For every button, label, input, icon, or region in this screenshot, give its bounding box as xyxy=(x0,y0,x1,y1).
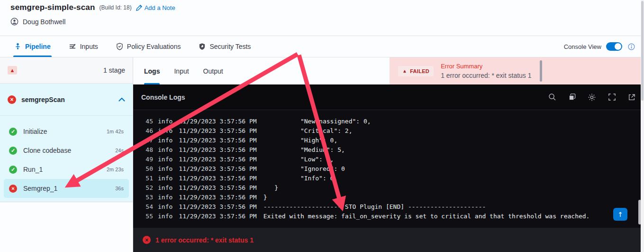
user-name: Doug Bothwell xyxy=(23,18,65,26)
log-line: 53info11/29/2023 3:57:56 PM} xyxy=(140,193,644,202)
step-clone-codebase[interactable]: ✓ Clone codebase 24s xyxy=(4,141,129,160)
log-line: 47info11/29/2023 3:57:56 PM "High": 0, xyxy=(140,136,644,145)
error-summary-scrollbar[interactable] xyxy=(540,60,542,82)
step-list: ✓ Initialize 1m 42s ✓ Clone codebase 24s… xyxy=(0,116,133,202)
log-line: 54info11/29/2023 3:57:56 PM-------------… xyxy=(140,202,644,212)
toggle-knob xyxy=(615,43,621,50)
log-line: 45info11/29/2023 3:57:56 PM "NewUnassign… xyxy=(140,117,644,126)
failed-badge-label: FAILED xyxy=(410,68,429,74)
pipeline-execution-page: semgrep-simple-scan (Build Id: 18) Add a… xyxy=(0,0,644,252)
console-view-label: Console View xyxy=(564,43,601,50)
log-line: 48info11/29/2023 3:57:56 PM "Medium": 5, xyxy=(140,145,644,155)
step-name: Run_1 xyxy=(23,166,43,173)
error-summary-message: 1 error occurred: * exit status 1 xyxy=(441,72,531,79)
execution-sidebar: ▲ 1 stage × semgrepScan ✓ Initialize 1m … xyxy=(0,57,133,252)
failed-x-icon: × xyxy=(9,185,17,193)
footer-error-message: 1 error occurred: * exit status 1 xyxy=(155,236,254,244)
add-note-button[interactable]: Add a Note xyxy=(136,4,175,11)
step-duration: 2m 23s xyxy=(107,167,124,172)
tab-label: Pipeline xyxy=(25,43,51,50)
step-details-panel: Logs Input Output ▲ FAILED Error Summary… xyxy=(133,57,644,252)
user-avatar-icon xyxy=(10,18,18,26)
info-icon[interactable] xyxy=(627,42,635,51)
step-duration: 24s xyxy=(115,148,124,153)
console-logs-panel: Console Logs xyxy=(133,84,644,252)
main-tab-bar: Pipeline Inputs Policy Evaluations Secur… xyxy=(0,36,644,57)
tab-logs[interactable]: Logs xyxy=(144,57,160,84)
inputs-icon xyxy=(69,43,76,50)
pencil-icon xyxy=(136,5,142,11)
step-duration: 1m 42s xyxy=(107,129,124,134)
success-check-icon: ✓ xyxy=(9,147,17,155)
page-header: semgrep-simple-scan (Build Id: 18) Add a… xyxy=(0,0,644,36)
step-name: Clone codebase xyxy=(23,147,71,154)
sidebar-empty-area xyxy=(0,202,133,252)
success-check-icon: ✓ xyxy=(9,128,17,136)
step-duration: 36s xyxy=(115,186,124,191)
stage-failed-warning-icon: ▲ xyxy=(8,66,17,75)
fullscreen-icon[interactable] xyxy=(608,93,616,102)
search-icon[interactable] xyxy=(548,93,556,102)
tab-label: Inputs xyxy=(80,43,98,50)
pipeline-icon xyxy=(14,43,21,50)
error-summary-title: Error Summary xyxy=(441,63,531,70)
failed-status-badge: ▲ FAILED xyxy=(398,66,434,76)
tab-input[interactable]: Input xyxy=(174,57,189,84)
step-run-1[interactable]: ✓ Run_1 2m 23s xyxy=(4,160,129,179)
page-title: semgrep-simple-scan xyxy=(10,3,95,12)
tab-policy-evaluations[interactable]: Policy Evaluations xyxy=(116,36,181,57)
settings-gear-icon[interactable] xyxy=(588,93,596,102)
tab-security-tests[interactable]: Security Tests xyxy=(199,36,251,57)
console-view-toggle[interactable] xyxy=(606,42,622,51)
success-check-icon: ✓ xyxy=(9,166,17,174)
tab-label: Policy Evaluations xyxy=(127,43,181,50)
shield-check-icon xyxy=(116,43,123,50)
page-scrollbar-thumb[interactable] xyxy=(641,1,644,101)
page-scrollbar[interactable] xyxy=(641,0,644,252)
tab-pipeline[interactable]: Pipeline xyxy=(14,36,51,57)
shield-icon xyxy=(199,43,206,50)
log-line: 51info11/29/2023 3:57:56 PM "Info": 0, xyxy=(140,174,644,183)
console-error-footer: × 1 error occurred: * exit status 1 xyxy=(133,228,644,252)
tab-label: Security Tests xyxy=(209,43,251,50)
chevron-up-icon[interactable] xyxy=(118,97,125,102)
console-log-output: 45info11/29/2023 3:57:56 PM "NewUnassign… xyxy=(133,110,644,228)
log-line: 49info11/29/2023 3:57:56 PM "Low": 1, xyxy=(140,155,644,164)
error-x-icon: × xyxy=(143,236,151,244)
log-line: 46info11/29/2023 3:57:56 PM "Critical": … xyxy=(140,126,644,136)
external-link-icon[interactable] xyxy=(627,93,636,102)
scroll-to-top-button[interactable]: ↑ xyxy=(613,208,627,221)
stage-count: 1 stage xyxy=(103,66,125,74)
stage-accordion-semgrepscan[interactable]: × semgrepScan xyxy=(0,84,133,116)
add-note-label: Add a Note xyxy=(145,4,175,11)
log-line: 50info11/29/2023 3:57:56 PM "Ignored": 0 xyxy=(140,164,644,174)
build-id-label: (Build Id: 18) xyxy=(100,4,132,11)
log-line: 52info11/29/2023 3:57:56 PM } xyxy=(140,183,644,193)
log-line: 55info11/29/2023 3:57:56 PMExited with m… xyxy=(140,212,644,221)
console-logs-title: Console Logs xyxy=(141,93,185,101)
sidebar-summary-row: ▲ 1 stage xyxy=(0,57,133,84)
error-summary-panel: ▲ FAILED Error Summary 1 error occurred:… xyxy=(390,57,644,84)
copy-icon[interactable] xyxy=(568,93,576,102)
tab-inputs[interactable]: Inputs xyxy=(69,36,98,57)
step-semgrep-1[interactable]: × Semgrep_1 36s xyxy=(4,179,129,198)
step-initialize[interactable]: ✓ Initialize 1m 42s xyxy=(4,122,129,141)
step-name: Initialize xyxy=(23,128,47,135)
console-header: Console Logs xyxy=(133,84,644,110)
stage-failed-icon: × xyxy=(8,95,16,104)
step-name: Semgrep_1 xyxy=(23,185,57,192)
tab-output[interactable]: Output xyxy=(203,57,223,84)
log-tab-bar: Logs Input Output xyxy=(133,57,390,84)
warning-triangle-icon: ▲ xyxy=(402,69,407,74)
stage-name: semgrepScan xyxy=(21,96,65,103)
